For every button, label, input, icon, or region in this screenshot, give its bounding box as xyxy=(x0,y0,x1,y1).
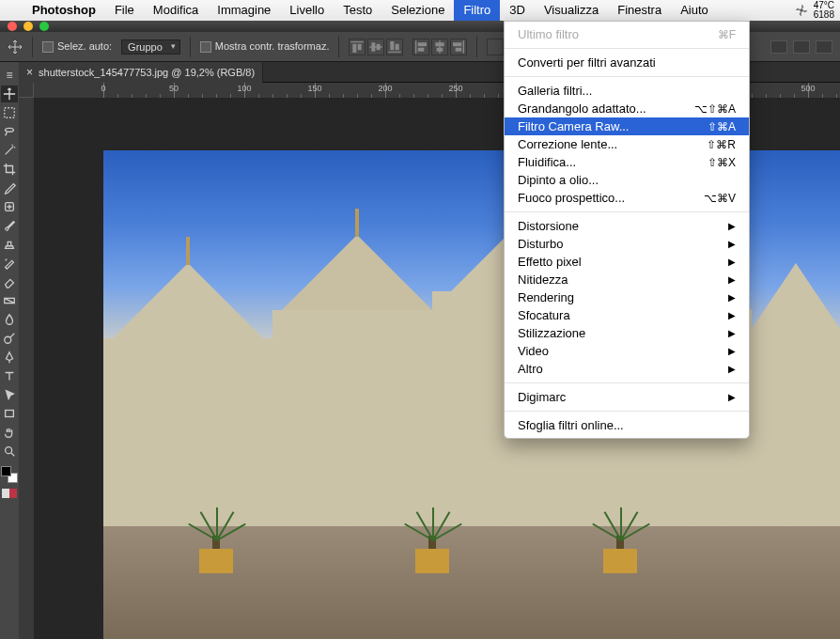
align-left-button[interactable] xyxy=(412,39,429,55)
menubar-item-testo[interactable]: Testo xyxy=(334,0,381,21)
eraser-tool[interactable] xyxy=(1,273,18,290)
mode-icon-1[interactable] xyxy=(770,40,787,54)
menu-item-label: Nitidezza xyxy=(518,273,568,287)
options-right-icons xyxy=(770,40,832,54)
menubar-item-immagine[interactable]: Immagine xyxy=(208,0,280,21)
document-tab-title: shutterstock_145477753.jpg @ 19,2% (RGB/… xyxy=(39,67,255,78)
gradient-tool[interactable] xyxy=(1,292,18,309)
fan-icon xyxy=(795,4,808,17)
menu-item-label: Altro xyxy=(518,362,543,376)
mode-icon-2[interactable] xyxy=(793,40,810,54)
menubar-item-3d[interactable]: 3D xyxy=(500,0,535,21)
menu-item-label: Grandangolo adattato... xyxy=(518,101,646,116)
type-tool[interactable] xyxy=(1,367,18,384)
quick-mask-toggle[interactable] xyxy=(2,489,17,498)
auto-select-checkbox[interactable]: Selez. auto: xyxy=(42,40,112,53)
menu-item-label: Sfocatura xyxy=(518,308,570,322)
eyedropper-tool[interactable] xyxy=(1,179,18,196)
menu-item-distorsione[interactable]: Distorsione▶ xyxy=(505,217,749,235)
auto-select-dropdown[interactable]: Gruppo xyxy=(121,39,180,55)
pen-tool[interactable] xyxy=(1,349,18,366)
svg-point-6 xyxy=(6,447,12,454)
menu-item-galleria-filtri[interactable]: Galleria filtri... xyxy=(505,82,749,100)
menubar-tray: 47°C 6188 xyxy=(795,1,840,20)
separator xyxy=(338,37,339,57)
submenu-arrow-icon: ▶ xyxy=(728,257,736,267)
ruler-vertical[interactable] xyxy=(19,98,34,639)
menu-item-rendering[interactable]: Rendering▶ xyxy=(505,288,749,306)
menubar-item-aiuto[interactable]: Aiuto xyxy=(671,0,718,21)
zoom-tool[interactable] xyxy=(1,443,18,460)
menubar-item-livello[interactable]: Livello xyxy=(280,0,334,21)
menu-item-nitidezza[interactable]: Nitidezza▶ xyxy=(505,271,749,288)
move-tool[interactable] xyxy=(1,86,18,102)
clone-stamp-tool[interactable] xyxy=(1,236,18,253)
menu-item-filtro-camera-raw[interactable]: Filtro Camera Raw...⇧⌘A xyxy=(505,117,749,135)
menu-item-dipinto-a-olio[interactable]: Dipinto a olio... xyxy=(505,171,749,189)
dodge-tool[interactable] xyxy=(1,330,18,347)
foreground-background-colors[interactable] xyxy=(1,466,18,483)
submenu-arrow-icon: ▶ xyxy=(728,292,736,303)
document-tab[interactable]: × shutterstock_145477753.jpg @ 19,2% (RG… xyxy=(19,62,263,83)
menu-item-video[interactable]: Video▶ xyxy=(505,342,749,360)
brush-tool[interactable] xyxy=(1,217,18,234)
align-hcenter-button[interactable] xyxy=(431,39,448,55)
path-selection-tool[interactable] xyxy=(1,386,18,403)
svg-rect-5 xyxy=(6,411,14,417)
close-window-button[interactable] xyxy=(8,22,17,31)
align-right-button[interactable] xyxy=(450,39,467,55)
align-bottom-button[interactable] xyxy=(386,39,403,55)
align-top-button[interactable] xyxy=(349,39,366,55)
menubar-item-visualizza[interactable]: Visualizza xyxy=(535,0,608,21)
lasso-tool[interactable] xyxy=(1,123,18,140)
filter-menu-dropdown: Ultimo filtro⌘FConverti per filtri avanz… xyxy=(504,21,750,439)
menu-separator xyxy=(505,411,749,412)
menu-separator xyxy=(505,48,749,49)
menubar-item-filtro[interactable]: Filtro xyxy=(454,0,500,21)
auto-select-label: Selez. auto: xyxy=(57,40,112,52)
menu-item-label: Galleria filtri... xyxy=(518,84,592,98)
menu-item-sfoglia-filtri-online[interactable]: Sfoglia filtri online... xyxy=(505,416,749,434)
menu-item-stilizzazione[interactable]: Stilizzazione▶ xyxy=(505,324,749,342)
menu-item-shortcut: ⌥⌘V xyxy=(704,192,736,205)
menubar-item-modifica[interactable]: Modifica xyxy=(144,0,208,21)
minimize-window-button[interactable] xyxy=(23,22,33,31)
tool-panel-grip[interactable]: ≡ xyxy=(1,67,18,84)
show-transform-checkbox[interactable]: Mostra contr. trasformaz. xyxy=(200,40,330,53)
marquee-tool[interactable] xyxy=(1,104,18,121)
crop-tool[interactable] xyxy=(1,161,18,178)
mode-icon-3[interactable] xyxy=(816,40,832,54)
zoom-window-button[interactable] xyxy=(39,22,49,31)
healing-brush-tool[interactable] xyxy=(1,198,18,215)
menu-item-altro[interactable]: Altro▶ xyxy=(505,360,749,378)
menu-item-grandangolo-adattato[interactable]: Grandangolo adattato...⌥⇧⌘A xyxy=(505,100,749,117)
menu-item-disturbo[interactable]: Disturbo▶ xyxy=(505,235,749,253)
menu-separator xyxy=(505,76,749,77)
menu-item-label: Fuoco prospettico... xyxy=(518,191,625,205)
menu-item-sfocatura[interactable]: Sfocatura▶ xyxy=(505,306,749,324)
menu-item-converti-per-filtri-avanzati[interactable]: Converti per filtri avanzati xyxy=(505,54,749,71)
menubar-item-file[interactable]: File xyxy=(105,0,144,21)
menu-item-digimarc[interactable]: Digimarc▶ xyxy=(505,388,749,406)
blur-tool[interactable] xyxy=(1,311,18,328)
menu-item-fuoco-prospettico[interactable]: Fuoco prospettico...⌥⌘V xyxy=(505,189,749,207)
menu-item-effetto-pixel[interactable]: Effetto pixel▶ xyxy=(505,253,749,271)
align-vcenter-button[interactable] xyxy=(367,39,384,55)
menubar-item-finestra[interactable]: Finestra xyxy=(608,0,671,21)
rectangle-tool[interactable] xyxy=(1,405,18,422)
ruler-origin[interactable] xyxy=(19,83,34,98)
menubar-item-selezione[interactable]: Selezione xyxy=(381,0,454,21)
menu-item-label: Digimarc xyxy=(518,390,566,404)
menu-item-fluidifica[interactable]: Fluidifica...⇧⌘X xyxy=(505,153,749,171)
menu-item-label: Dipinto a olio... xyxy=(518,173,599,187)
menu-item-label: Fluidifica... xyxy=(518,155,576,169)
menubar-app[interactable]: Photoshop xyxy=(23,0,105,21)
submenu-arrow-icon: ▶ xyxy=(728,346,736,356)
magic-wand-tool[interactable] xyxy=(1,142,18,159)
submenu-arrow-icon: ▶ xyxy=(728,364,736,374)
distribute-1-button[interactable] xyxy=(487,39,504,55)
hand-tool[interactable] xyxy=(1,424,18,441)
history-brush-tool[interactable] xyxy=(1,255,18,272)
menu-item-correzione-lente[interactable]: Correzione lente...⇧⌘R xyxy=(505,135,749,153)
close-tab-icon[interactable]: × xyxy=(26,66,33,79)
